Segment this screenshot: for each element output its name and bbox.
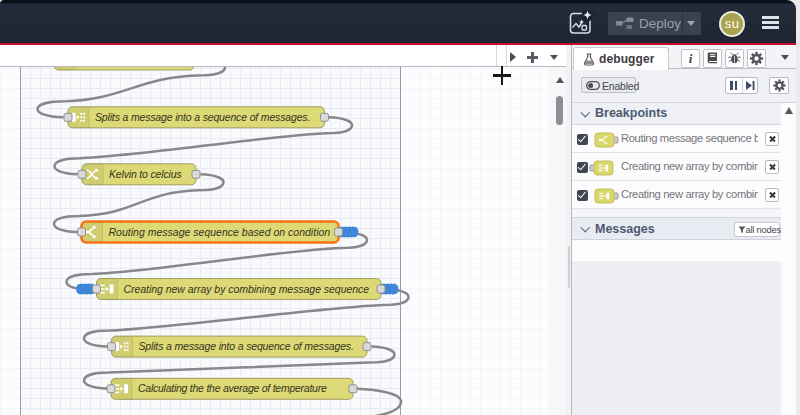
svg-text:Splits a message into a sequen: Splits a message into a sequence of mess…: [139, 340, 354, 352]
svg-text:Routing message sequence based: Routing message sequence based on condit…: [109, 226, 331, 238]
svg-text:Kelvin to celcius: Kelvin to celcius: [109, 168, 182, 180]
svg-text:Creating new array by combinin: Creating new array by combining message …: [124, 283, 370, 295]
svg-text:Calculating the the average of: Calculating the the average of temperatu…: [138, 382, 327, 394]
svg-text:Splits a message into a sequen: Splits a message into a sequence of mess…: [95, 111, 310, 123]
svg-text:i: i: [689, 51, 693, 66]
